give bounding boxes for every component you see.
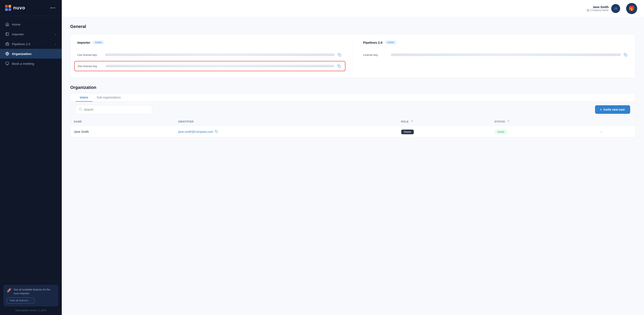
svg-rect-9: [587, 10, 589, 11]
plus-icon: +: [600, 108, 602, 111]
user-details: Jane Smith Company Name: [587, 5, 609, 12]
organization-section-title: Organization: [70, 85, 636, 90]
copy-dev-key-button[interactable]: [336, 64, 342, 68]
booking-icon: [5, 61, 9, 66]
user-name: Jane Smith: [587, 5, 609, 9]
col-header-identifier: Identifier: [175, 117, 398, 126]
pipelines-key-blur: [391, 54, 621, 56]
importer-license-col: Importer Active Live license key: [77, 40, 353, 72]
sidebar-footer: 🚀 See all available features for the nuv…: [0, 281, 62, 315]
sidebar-item-label-booking: Book a meeting: [12, 62, 34, 66]
row-arrow-icon[interactable]: ›: [600, 130, 602, 133]
copy-live-key-button[interactable]: [336, 53, 342, 57]
user-role-cell: Owner: [398, 126, 491, 138]
user-actions-cell: ›: [597, 126, 635, 138]
search-box: [76, 105, 152, 114]
feature-card-text: See all available features for the nuvo …: [14, 288, 55, 295]
copy-email-button[interactable]: [215, 130, 218, 134]
organization-card: Users Sub-organizations + Invite new use…: [70, 93, 636, 138]
live-key-value: [105, 53, 342, 57]
copy-icon: [338, 53, 341, 57]
copy-pipelines-key-button[interactable]: [622, 53, 628, 57]
pipelines-title: Pipelines 2.0: [363, 41, 382, 44]
sidebar-item-home[interactable]: Home: [0, 20, 62, 29]
email-link[interactable]: jane.smith@company.com: [178, 130, 394, 134]
live-key-blur: [105, 54, 335, 56]
main-content: Jane Smith Company Name JS 🎁 General Imp…: [62, 0, 644, 315]
svg-rect-6: [6, 62, 9, 64]
pipelines-chevron-icon: ⌄: [54, 43, 57, 45]
sidebar-item-organization[interactable]: Organization: [0, 49, 62, 59]
copy-dev-icon: [337, 64, 341, 68]
general-section-title: General: [70, 24, 636, 29]
svg-rect-11: [338, 66, 340, 68]
status-badge: Active: [494, 130, 508, 134]
org-section: + Invite new user Name Identifier: [70, 102, 635, 138]
svg-marker-16: [508, 120, 510, 122]
dev-key-label: Dev license key: [78, 65, 106, 68]
sidebar-item-booking[interactable]: Book a meeting: [0, 59, 62, 68]
live-key-label: Live license key: [77, 53, 105, 57]
col-header-actions: [597, 117, 635, 126]
dev-key-blur: [106, 65, 334, 67]
logo-dot-blue: [5, 8, 8, 11]
rocket-icon: 🚀: [7, 288, 12, 293]
user-identifier-cell: jane.smith@company.com: [175, 126, 398, 138]
topbar: Jane Smith Company Name JS 🎁: [62, 0, 644, 17]
avatar: JS: [611, 4, 620, 13]
tab-users[interactable]: Users: [76, 94, 92, 102]
gift-button[interactable]: 🎁: [626, 3, 637, 14]
logo-dot-purple: [8, 8, 11, 11]
svg-rect-12: [625, 54, 627, 56]
page-content: General Importer Active Live license key: [62, 17, 644, 315]
status-filter-icon[interactable]: [507, 120, 510, 123]
pipelines-license-col: Pipelines 2.0 Active License key: [353, 40, 628, 72]
pipelines-key-value: [391, 53, 628, 57]
sidebar-item-label-pipelines: Pipelines 2.0: [12, 42, 30, 46]
user-status-cell: Active: [491, 126, 597, 138]
search-input[interactable]: [84, 108, 149, 111]
svg-line-14: [81, 110, 82, 110]
pipelines-icon: [5, 42, 9, 46]
invite-new-user-button[interactable]: + Invite new user: [595, 105, 630, 114]
logo-dot-red: [5, 5, 8, 8]
general-card: Importer Active Live license key: [70, 34, 636, 78]
sidebar-item-label-home: Home: [12, 23, 20, 26]
sidebar-header: nuvo ⟵: [0, 0, 62, 16]
role-badge: Owner: [401, 130, 414, 134]
col-header-status: Status: [491, 117, 597, 126]
svg-rect-17: [216, 131, 218, 133]
sidebar-item-label-organization: Organization: [12, 52, 32, 56]
copy-pipelines-icon: [624, 53, 627, 57]
table-row: Jane Smith jane.smith@company.com: [70, 126, 635, 138]
table-header-row: Name Identifier Role: [70, 117, 635, 126]
sidebar-collapse-button[interactable]: ⟵: [50, 5, 57, 11]
importer-chevron-icon: ⌄: [54, 33, 57, 36]
home-icon: [5, 22, 9, 27]
col-header-name: Name: [70, 117, 175, 126]
sidebar-item-label-importer: Importer: [12, 32, 24, 36]
sidebar: nuvo ⟵ Home Importer ⌄ Pipelines 2.0 ⌄: [0, 0, 62, 315]
pipelines-key-label: License key: [363, 53, 391, 57]
search-icon: [79, 107, 82, 112]
license-grid: Importer Active Live license key: [77, 40, 628, 72]
pipelines-license-row: License key: [363, 50, 628, 60]
svg-point-13: [79, 108, 82, 110]
logo-text: nuvo: [13, 5, 25, 11]
tab-sub-organizations[interactable]: Sub-organizations: [92, 94, 125, 102]
logo: nuvo: [5, 5, 25, 11]
view-all-features-button[interactable]: View all features →: [7, 297, 34, 303]
role-filter-icon[interactable]: [411, 120, 413, 123]
tabs: Users Sub-organizations: [70, 94, 635, 102]
feature-card-header: 🚀 See all available features for the nuv…: [7, 288, 55, 295]
sidebar-item-importer[interactable]: Importer ⌄: [0, 29, 62, 39]
sidebar-item-pipelines[interactable]: Pipelines 2.0 ⌄: [0, 39, 62, 49]
pipelines-header: Pipelines 2.0 Active: [363, 40, 628, 45]
live-license-row: Live license key: [77, 50, 342, 60]
user-info: Jane Smith Company Name JS 🎁: [587, 3, 637, 14]
svg-rect-0: [6, 33, 9, 36]
dev-license-row: Dev license key: [74, 61, 346, 71]
users-table: Name Identifier Role: [70, 117, 635, 138]
feature-card: 🚀 See all available features for the nuv…: [4, 285, 58, 306]
importer-header: Importer Active: [77, 40, 342, 45]
